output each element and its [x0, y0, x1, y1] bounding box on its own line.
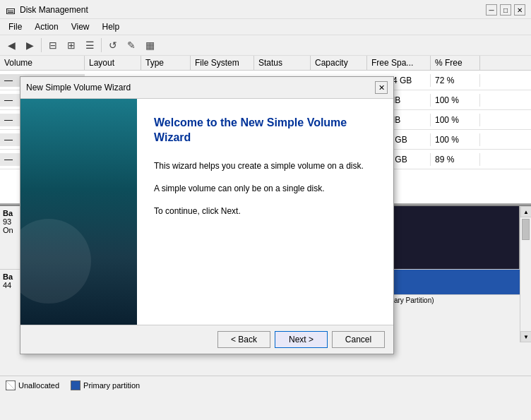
col-volume: Volume — [0, 56, 85, 70]
legend-unallocated-label: Unallocated — [18, 381, 59, 390]
menu-bar: File Action View Help — [0, 19, 531, 35]
legend-unallocated: Unallocated — [6, 380, 59, 390]
col-freespace: Free Spa... — [367, 56, 431, 70]
legend-primary-swatch — [71, 380, 80, 390]
cell-pctfree-2: 100 % — [431, 114, 480, 126]
cell-pctfree-0: 72 % — [431, 74, 480, 87]
window-controls: ─ □ ✕ — [486, 4, 525, 16]
menu-file[interactable]: File — [3, 20, 28, 33]
back-button[interactable]: ◀ — [3, 37, 20, 54]
toolbar-btn-2[interactable]: ⊞ — [63, 37, 80, 54]
col-status: Status — [254, 56, 311, 70]
cell-pctfree-4: 89 % — [431, 153, 480, 166]
dialog-title: New Simple Volume Wizard — [26, 83, 131, 92]
window-title: Disk Management — [20, 5, 88, 15]
dialog-paragraph-2: To continue, click Next. — [154, 205, 376, 217]
toolbar-sep-1 — [41, 38, 42, 52]
scrollbar-vertical[interactable]: ▲ ▼ — [520, 206, 531, 342]
cancel-button[interactable]: Cancel — [332, 331, 385, 348]
maximize-button[interactable]: □ — [500, 4, 511, 16]
cell-pctfree-1: 100 % — [431, 94, 480, 107]
legend-unallocated-swatch — [6, 380, 16, 390]
back-button[interactable]: < Back — [217, 331, 270, 348]
dialog-footer: < Back Next > Cancel — [20, 325, 393, 354]
col-pctfree: % Free — [431, 56, 480, 70]
col-type: Type — [141, 56, 191, 70]
dialog-body: Welcome to the New Simple Volume Wizard … — [20, 99, 393, 325]
dialog-heading: Welcome to the New Simple Volume Wizard — [154, 116, 376, 145]
dialog-sidebar — [20, 99, 137, 325]
toolbar-btn-5[interactable]: ✎ — [123, 37, 140, 54]
legend-primary-label: Primary partition — [83, 381, 140, 390]
toolbar: ◀ ▶ ⊟ ⊞ ☰ ↺ ✎ ▦ — [0, 35, 531, 56]
col-capacity: Capacity — [311, 56, 367, 70]
new-simple-volume-wizard-dialog[interactable]: New Simple Volume Wizard ✕ Welcome to th… — [20, 76, 394, 354]
scroll-down-arrow[interactable]: ▼ — [520, 331, 531, 342]
menu-help[interactable]: Help — [97, 20, 126, 33]
scroll-track — [520, 217, 531, 331]
toolbar-btn-6[interactable]: ▦ — [141, 37, 158, 54]
minimize-button[interactable]: ─ — [486, 4, 497, 16]
dialog-main-content: Welcome to the New Simple Volume Wizard … — [137, 99, 393, 325]
col-layout: Layout — [85, 56, 141, 70]
toolbar-btn-4[interactable]: ↺ — [105, 37, 121, 54]
cell-pctfree-3: 100 % — [431, 133, 480, 146]
toolbar-btn-1[interactable]: ⊟ — [44, 37, 61, 54]
table-header: Volume Layout Type File System Status Ca… — [0, 56, 531, 71]
dialog-paragraph-1: A simple volume can only be on a single … — [154, 182, 376, 195]
forward-button[interactable]: ▶ — [21, 37, 38, 54]
close-button[interactable]: ✕ — [514, 4, 525, 16]
toolbar-btn-3[interactable]: ☰ — [81, 37, 98, 54]
menu-view[interactable]: View — [66, 20, 95, 33]
scroll-up-arrow[interactable]: ▲ — [520, 206, 531, 217]
dialog-close-button[interactable]: ✕ — [375, 81, 388, 94]
scroll-thumb[interactable] — [522, 219, 530, 240]
legend-bar: Unallocated Primary partition — [0, 376, 531, 395]
col-filesystem: File System — [191, 56, 254, 70]
app-icon: 🖴 — [6, 4, 16, 16]
legend-primary: Primary partition — [71, 380, 140, 390]
dialog-paragraph-0: This wizard helps you create a simple vo… — [154, 160, 376, 172]
toolbar-sep-2 — [101, 38, 102, 52]
menu-action[interactable]: Action — [29, 20, 64, 33]
dialog-titlebar: New Simple Volume Wizard ✕ — [20, 77, 393, 99]
next-button[interactable]: Next > — [275, 331, 328, 348]
title-bar: 🖴 Disk Management ─ □ ✕ — [0, 0, 531, 19]
